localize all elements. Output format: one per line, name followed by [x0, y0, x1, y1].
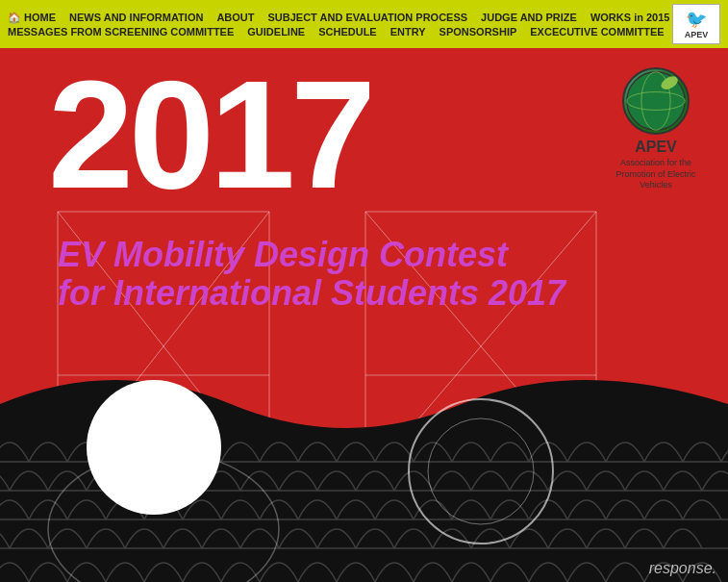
apev-logo-text: APEV — [685, 30, 709, 39]
apev-bird-icon: 🐦 — [686, 9, 707, 30]
nav-messages[interactable]: MESSAGES FROM SCREENING COMMITTEE — [8, 26, 234, 38]
nav-news[interactable]: NEWS AND INFORMATION — [69, 12, 203, 23]
nav-home[interactable]: 🏠 HOME — [8, 12, 56, 24]
navigation-bar: 🏠 HOME NEWS AND INFORMATION ABOUT SUBJEC… — [0, 0, 728, 48]
svg-point-25 — [48, 452, 279, 582]
nav-schedule[interactable]: SCHEDULE — [318, 26, 377, 38]
contest-title-line2: for International Students 2017 — [58, 274, 565, 313]
watermark-text: response. — [649, 560, 716, 577]
hero-section: 2017 APEV Association for thePromotion o… — [0, 48, 728, 582]
nav-excecutive[interactable]: EXCECUTIVE COMMITTEE — [530, 26, 664, 38]
nav-sponsorship[interactable]: SPONSORSHIP — [439, 26, 517, 38]
nav-about[interactable]: ABOUT — [216, 12, 254, 23]
apev-circle-logo — [622, 67, 690, 135]
svg-point-24 — [428, 418, 534, 524]
svg-point-22 — [87, 380, 221, 515]
nav-judge[interactable]: JUDGE AND PRIZE — [481, 12, 577, 23]
hero-apev-label: APEV — [603, 139, 709, 156]
nav-works[interactable]: WORKS in 2015 — [590, 12, 670, 23]
contest-title-block: EV Mobility Design Contest for Internati… — [58, 236, 565, 312]
svg-point-23 — [409, 399, 553, 544]
nav-bottom-links: MESSAGES FROM SCREENING COMMITTEE GUIDEL… — [8, 24, 669, 38]
nav-subject[interactable]: SUBJECT AND EVALUATION PROCESS — [268, 12, 468, 23]
nav-entry[interactable]: ENTRY — [390, 26, 426, 38]
apev-logo[interactable]: 🐦 APEV — [672, 4, 720, 44]
hero-apev-description: Association for thePromotion of Electric… — [603, 158, 709, 191]
nav-top-links: 🏠 HOME NEWS AND INFORMATION ABOUT SUBJEC… — [8, 12, 669, 24]
contest-title-line1: EV Mobility Design Contest — [58, 236, 565, 274]
year-display: 2017 — [48, 58, 371, 212]
nav-guideline[interactable]: GUIDELINE — [247, 26, 305, 38]
hero-apev-logo: APEV Association for thePromotion of Ele… — [603, 67, 709, 191]
